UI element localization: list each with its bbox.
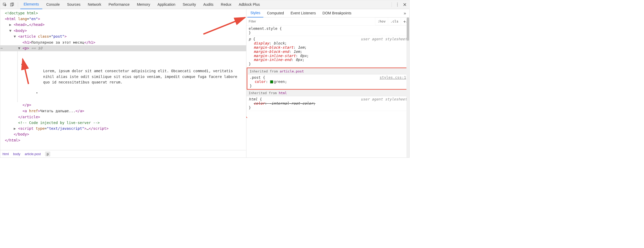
- toolbar-divider: [18, 2, 18, 7]
- elements-panel: <!doctype html> <html lang="en"> ▶ <head…: [0, 9, 246, 157]
- css-value[interactable]: 1em: [298, 45, 304, 49]
- styles-filter-bar: :hov .cls +◢: [246, 18, 410, 26]
- tab-sources[interactable]: Sources: [64, 0, 84, 9]
- cls-toggle[interactable]: .cls: [388, 18, 401, 25]
- html-open-tag[interactable]: <html: [5, 17, 18, 21]
- styles-panel: Styles Computed Event Listeners DOM Brea…: [246, 9, 409, 157]
- devtools-window: Elements Console Sources Network Perform…: [0, 0, 410, 158]
- head-node[interactable]: <head>: [14, 23, 27, 27]
- inspect-icon[interactable]: [2, 1, 8, 8]
- scrollbar-thumb[interactable]: [407, 18, 409, 41]
- inherited-from-html: Inherited from html: [246, 90, 410, 96]
- comment-node[interactable]: <!-- Code injected by live-server -->: [18, 121, 100, 125]
- styles-rules-list[interactable]: element.style { } p { user agent stylesh…: [246, 25, 410, 157]
- expand-toggle-icon[interactable]: ▶: [9, 23, 11, 27]
- tab-memory[interactable]: Memory: [134, 0, 153, 9]
- tab-console[interactable]: Console: [43, 0, 63, 9]
- styles-sidebar-tabs: Styles Computed Event Listeners DOM Brea…: [246, 9, 410, 18]
- css-property[interactable]: display: [254, 41, 269, 45]
- article-node[interactable]: <article: [18, 34, 38, 38]
- css-property[interactable]: margin-inline-start: [254, 54, 296, 58]
- main-content: <!doctype html> <html lang="en"> ▶ <head…: [0, 9, 410, 157]
- inherited-selector[interactable]: article.post: [280, 69, 304, 73]
- css-value[interactable]: 0px: [300, 54, 307, 58]
- css-value[interactable]: block: [273, 41, 284, 45]
- expand-toggle-icon[interactable]: ▼: [14, 34, 16, 38]
- toolbar-divider: [392, 2, 392, 7]
- post-rule[interactable]: .post { styles.css:1 color: green; }: [247, 74, 408, 89]
- tab-event-listeners[interactable]: Event Listeners: [288, 9, 319, 17]
- p-text-content[interactable]: Lorem, ipsum dolor sit amet consectetur …: [5, 68, 243, 85]
- breadcrumb-trail: html body article.post p: [0, 150, 246, 158]
- p-node[interactable]: <p>: [23, 46, 29, 50]
- rule-selector[interactable]: .post: [250, 75, 261, 80]
- rule-selector[interactable]: element.style: [249, 26, 278, 31]
- rule-origin: user agent stylesheet: [361, 37, 407, 41]
- tab-elements[interactable]: Elements: [20, 0, 42, 9]
- inherited-from-article: Inherited from article.post: [247, 68, 408, 75]
- a-text[interactable]: Читать дальше...: [40, 109, 75, 113]
- tab-performance[interactable]: Performance: [105, 0, 133, 9]
- main-toolbar: Elements Console Sources Network Perform…: [0, 0, 410, 9]
- eq0-label: == $0: [29, 46, 42, 50]
- color-swatch-icon[interactable]: [270, 80, 273, 83]
- tab-network[interactable]: Network: [85, 0, 105, 9]
- expand-toggle-icon[interactable]: ▼: [18, 46, 20, 50]
- css-value[interactable]: 0px: [296, 58, 302, 62]
- h1-node[interactable]: <h1>: [23, 40, 31, 44]
- script-node[interactable]: <script: [18, 126, 36, 131]
- tab-dom-breakpoints[interactable]: DOM Breakpoints: [320, 9, 354, 17]
- crumb-p[interactable]: p: [45, 151, 50, 156]
- dom-tree[interactable]: <!doctype html> <html lang="en"> ▶ <head…: [0, 9, 246, 150]
- tab-security[interactable]: Security: [179, 0, 199, 9]
- tab-redux[interactable]: Redux: [217, 0, 235, 9]
- rule-origin: user agent stylesheet: [361, 97, 407, 101]
- tab-adblock[interactable]: Adblock Plus: [235, 0, 263, 9]
- css-property[interactable]: margin-block-end: [254, 49, 289, 54]
- tab-computed[interactable]: Computed: [264, 9, 287, 17]
- html-close-node[interactable]: </html>: [5, 138, 20, 142]
- css-property[interactable]: color: [254, 101, 265, 105]
- body-close-node[interactable]: </body>: [14, 132, 29, 137]
- inherited-label: Inherited from: [250, 69, 278, 73]
- css-value[interactable]: -internal-root-color: [269, 101, 313, 105]
- css-value[interactable]: 1em: [293, 49, 300, 54]
- inherited-label: Inherited from: [249, 91, 277, 95]
- crumb-html[interactable]: html: [3, 152, 9, 156]
- expand-toggle-icon[interactable]: ▼: [9, 29, 11, 33]
- doctype-node[interactable]: <!doctype html>: [5, 11, 38, 15]
- rule-selector[interactable]: p: [249, 37, 251, 41]
- selected-dom-node[interactable]: ▼ <p> == $0: [0, 45, 246, 51]
- html-user-agent-rule[interactable]: html { user agent stylesheet color: -int…: [246, 96, 410, 111]
- tab-styles[interactable]: Styles: [247, 9, 263, 17]
- css-property[interactable]: margin-inline-end: [254, 58, 291, 62]
- crumb-article[interactable]: article.post: [25, 152, 41, 156]
- css-value[interactable]: green: [274, 80, 285, 84]
- more-tabs-icon[interactable]: »: [401, 11, 408, 16]
- p-user-agent-rule[interactable]: p { user agent stylesheet display: block…: [246, 36, 410, 67]
- css-property[interactable]: color: [255, 80, 266, 84]
- device-toggle-icon[interactable]: [9, 1, 15, 8]
- close-icon[interactable]: ✕: [401, 1, 408, 8]
- crumb-body[interactable]: body: [13, 152, 20, 156]
- h1-text[interactable]: Популярное за этот месяц: [31, 40, 84, 44]
- rule-source-link[interactable]: styles.css:1: [379, 75, 406, 80]
- css-property[interactable]: margin-block-start: [254, 45, 294, 49]
- a-node[interactable]: <a: [23, 109, 29, 113]
- expand-toggle-icon[interactable]: ▶: [14, 126, 16, 131]
- tab-application[interactable]: Application: [154, 0, 179, 9]
- element-style-rule[interactable]: element.style { }: [246, 25, 410, 36]
- kebab-menu-icon[interactable]: ⋮: [394, 1, 401, 8]
- rule-selector[interactable]: html: [249, 97, 258, 101]
- highlighted-inherited-section: Inherited from article.post .post { styl…: [247, 67, 409, 90]
- article-close-node[interactable]: </article>: [18, 115, 40, 119]
- body-node[interactable]: <body>: [14, 29, 27, 33]
- tab-audits[interactable]: Audits: [200, 0, 217, 9]
- inherited-selector[interactable]: html: [279, 91, 287, 95]
- p-close-node[interactable]: </p>: [23, 103, 31, 107]
- styles-filter-input[interactable]: [246, 18, 375, 25]
- hov-toggle[interactable]: :hov: [375, 18, 388, 25]
